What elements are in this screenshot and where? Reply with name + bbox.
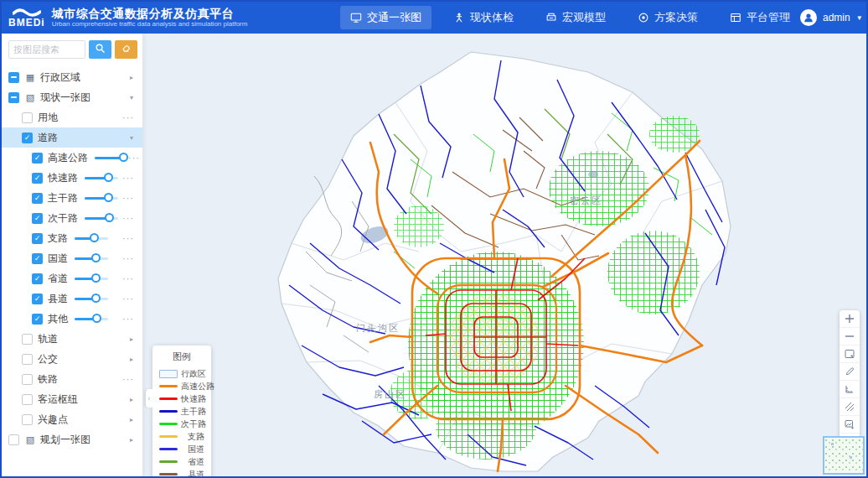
layer-checkbox[interactable]: ✓ xyxy=(22,132,33,143)
zoom-out-button[interactable] xyxy=(840,328,860,346)
chevron-right-icon[interactable]: ▸ xyxy=(130,416,134,423)
opacity-slider[interactable] xyxy=(85,173,118,183)
chevron-right-icon[interactable]: ▸ xyxy=(130,396,134,403)
legend-label: 国道 xyxy=(181,444,204,455)
nav-item-plan-decision[interactable]: 方案决策 xyxy=(628,6,708,29)
nav-item-traffic-map[interactable]: 交通一张图 xyxy=(340,6,431,29)
layer-tree: ▦ 行政区域 ▸ ▧ 现状一张图 ▾ 用地 ··· ✓ 道路 ▾ ✓ 高速公路 … xyxy=(2,65,142,476)
tree-item-branch-road[interactable]: ✓ 支路 ··· xyxy=(2,228,142,248)
layer-checkbox[interactable] xyxy=(8,72,19,83)
measure-button[interactable] xyxy=(840,363,860,381)
overview-minimap[interactable] xyxy=(823,436,865,475)
layer-checkbox[interactable] xyxy=(22,374,33,385)
more-options-icon[interactable]: ··· xyxy=(122,213,134,223)
more-options-icon[interactable]: ··· xyxy=(122,374,134,384)
map-toolbar xyxy=(840,310,860,451)
layer-checkbox[interactable]: ✓ xyxy=(32,153,43,164)
tree-item-railway[interactable]: 铁路 ··· xyxy=(2,369,142,389)
layer-checkbox[interactable]: ✓ xyxy=(32,253,43,264)
main-nav: 交通一张图现状体检宏观模型方案决策平台管理 xyxy=(340,6,800,29)
layer-checkbox[interactable]: ✓ xyxy=(32,294,43,304)
user-menu[interactable]: admin ▼ xyxy=(800,9,863,26)
tree-item-poi[interactable]: 兴趣点 ▸ xyxy=(2,409,142,429)
opacity-slider[interactable] xyxy=(75,314,108,324)
traffic-map-canvas[interactable]: 密云区 门头沟区 房山区 xyxy=(142,34,866,476)
tree-item-national-road[interactable]: ✓ 国道 ··· xyxy=(2,248,142,268)
legend-item-expressway: 高速公路 xyxy=(159,380,204,392)
region-icon: ▦ xyxy=(24,72,36,83)
opacity-slider[interactable] xyxy=(95,153,128,163)
clear-button[interactable] xyxy=(115,40,137,59)
area-swatch xyxy=(159,370,178,378)
more-options-icon[interactable]: ··· xyxy=(122,294,134,304)
legend-collapse-tab[interactable]: ‹ xyxy=(146,389,152,408)
layer-checkbox[interactable] xyxy=(8,92,19,103)
extent-icon xyxy=(845,349,855,359)
opacity-slider[interactable] xyxy=(85,213,118,223)
nav-item-status-check[interactable]: 现状体检 xyxy=(443,6,524,29)
layer-checkbox[interactable] xyxy=(22,394,33,405)
tree-item-admin-region[interactable]: ▦ 行政区域 ▸ xyxy=(2,67,142,87)
more-options-icon[interactable]: ··· xyxy=(122,112,134,122)
tree-item-bus[interactable]: 公交 ▸ xyxy=(2,349,142,369)
tree-item-planning-map[interactable]: ▧ 规划一张图 ▸ xyxy=(2,429,142,449)
tree-item-county-road[interactable]: ✓ 县道 ··· xyxy=(2,288,142,309)
layer-checkbox[interactable]: ✓ xyxy=(32,213,43,224)
opacity-slider[interactable] xyxy=(85,193,118,203)
tree-item-road[interactable]: ✓ 道路 ▾ xyxy=(2,127,142,148)
export-image-button[interactable] xyxy=(840,416,860,434)
tree-item-arterial-road[interactable]: ✓ 主干路 ··· xyxy=(2,188,142,208)
chevron-down-icon[interactable]: ▾ xyxy=(130,94,134,101)
tree-item-current-map[interactable]: ▧ 现状一张图 ▾ xyxy=(2,87,142,107)
layer-checkbox[interactable] xyxy=(22,334,33,345)
map-legend: ‹ 图例 行政区高速公路快速路主干路次干路支路国道省道县道其他 xyxy=(152,346,211,478)
layer-checkbox[interactable]: ✓ xyxy=(32,314,43,325)
chevron-right-icon[interactable]: ▸ xyxy=(130,356,134,363)
district-label-miyun: 密云区 xyxy=(570,195,602,205)
chevron-right-icon[interactable]: ▸ xyxy=(130,436,134,444)
map-area[interactable]: 密云区 门头沟区 房山区 ‹ 图例 行政区高速公路快速路主干路次干路支路国道省道… xyxy=(142,34,866,476)
nav-item-macro-model[interactable]: 宏观模型 xyxy=(535,6,616,29)
tree-item-secondary-road[interactable]: ✓ 次干路 ··· xyxy=(2,208,142,228)
legend-label: 次干路 xyxy=(181,418,206,430)
tree-item-passenger-hub[interactable]: 客运枢纽 ▸ xyxy=(2,389,142,409)
opacity-slider[interactable] xyxy=(75,233,108,243)
full-extent-button[interactable] xyxy=(840,346,860,363)
nav-item-platform-admin[interactable]: 平台管理 xyxy=(720,6,800,29)
opacity-slider[interactable] xyxy=(75,253,108,263)
layer-checkbox[interactable] xyxy=(8,434,19,445)
more-options-icon[interactable]: ··· xyxy=(122,253,134,263)
draw-button[interactable] xyxy=(840,398,860,416)
legend-item-county-road: 县道 xyxy=(159,468,204,478)
layer-checkbox[interactable] xyxy=(22,354,33,365)
more-options-icon[interactable]: ··· xyxy=(122,173,134,183)
layer-search-input[interactable] xyxy=(8,40,85,59)
chevron-right-icon[interactable]: ▸ xyxy=(130,335,134,343)
chevron-down-icon[interactable]: ▾ xyxy=(130,134,134,142)
chevron-right-icon[interactable]: ▸ xyxy=(130,74,134,81)
layer-checkbox[interactable] xyxy=(22,414,33,425)
opacity-slider[interactable] xyxy=(75,273,108,283)
tree-item-rail-transit[interactable]: 轨道 ▸ xyxy=(2,329,142,349)
layer-checkbox[interactable]: ✓ xyxy=(32,193,43,204)
tree-item-land-use[interactable]: 用地 ··· xyxy=(2,107,142,127)
tree-item-other-road[interactable]: ✓ 其他 ··· xyxy=(2,309,142,329)
tree-item-provincial-road[interactable]: ✓ 省道 ··· xyxy=(2,268,142,288)
layer-checkbox[interactable]: ✓ xyxy=(32,273,43,284)
layer-checkbox[interactable] xyxy=(22,112,33,123)
layer-checkbox[interactable]: ✓ xyxy=(32,173,43,184)
more-options-icon[interactable]: ··· xyxy=(122,314,134,324)
zoom-in-button[interactable] xyxy=(840,310,860,328)
ruler-icon xyxy=(845,384,855,394)
search-button[interactable] xyxy=(89,40,111,59)
more-options-icon[interactable]: ··· xyxy=(122,273,134,283)
more-options-icon[interactable]: ··· xyxy=(122,233,134,243)
line-swatch xyxy=(159,473,178,475)
more-options-icon[interactable]: ··· xyxy=(122,193,134,203)
tree-item-express-road[interactable]: ✓ 快速路 ··· xyxy=(2,168,142,188)
opacity-slider[interactable] xyxy=(75,294,108,304)
tree-item-expressway[interactable]: ✓ 高速公路 ··· xyxy=(2,148,142,168)
measure-area-button[interactable] xyxy=(840,381,860,398)
more-options-icon[interactable]: ··· xyxy=(128,153,140,163)
layer-checkbox[interactable]: ✓ xyxy=(32,233,43,244)
